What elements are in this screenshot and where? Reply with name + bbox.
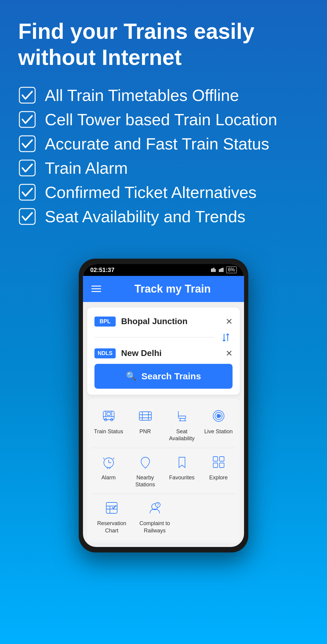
svg-rect-43 [106, 502, 117, 513]
search-icon: 🔍 [126, 371, 137, 381]
menu-label-explore: Explore [209, 474, 228, 481]
menu-label-nearby: NearbyStations [135, 474, 155, 488]
svg-rect-9 [215, 269, 216, 272]
status-time: 02:51:37 [90, 267, 114, 273]
svg-rect-13 [223, 268, 223, 272]
from-station-code: BPL [94, 317, 116, 327]
explore-icon [210, 454, 227, 471]
feature-item: Accurate and Fast Train Status [18, 134, 309, 153]
search-card: BPL Bhopal Junction ✕ [87, 307, 240, 395]
svg-rect-40 [220, 457, 224, 461]
menu-item-pnr[interactable]: PNR [129, 408, 161, 442]
search-trains-button[interactable]: 🔍 Search Trains [94, 364, 233, 389]
to-station-clear[interactable]: ✕ [226, 348, 233, 358]
feature-text: Train Alarm [45, 159, 128, 177]
phone-outer: 02:51:37 6% Track my Train BPL [79, 259, 248, 552]
check-icon [18, 207, 36, 226]
svg-rect-39 [213, 457, 218, 461]
app-header: Track my Train [83, 276, 244, 302]
hamburger-menu[interactable] [91, 286, 101, 292]
menu-row-2: Alarm NearbyStations Favouri [87, 448, 240, 494]
svg-text:?: ? [157, 503, 159, 507]
from-station-clear[interactable]: ✕ [226, 317, 233, 327]
live-station-icon [210, 408, 227, 424]
feature-item: All Train Timetables Offline [18, 86, 309, 105]
feature-item: Train Alarm [18, 159, 309, 177]
to-station-name: New Delhi [121, 348, 220, 358]
svg-rect-10 [219, 269, 220, 272]
check-icon [18, 159, 36, 177]
check-icon [18, 110, 36, 129]
menu-label-favourites: Favourites [169, 474, 194, 481]
seat-icon [173, 408, 190, 424]
check-icon [18, 135, 36, 153]
search-trains-label: Search Trains [141, 371, 201, 381]
menu-item-train-status[interactable]: Train Status [92, 408, 124, 442]
svg-rect-8 [213, 268, 214, 272]
status-bar: 02:51:37 6% [83, 264, 244, 276]
divider-line [94, 337, 214, 337]
feature-item: Confirmed Ticket Alternatives [18, 183, 309, 202]
feature-item: Seat Availability and Trends [18, 207, 309, 226]
svg-rect-20 [107, 412, 111, 415]
svg-rect-41 [213, 463, 218, 468]
menu-label-train-status: Train Status [94, 428, 123, 435]
svg-rect-12 [221, 268, 222, 272]
to-station-code: NDLS [94, 348, 116, 358]
complaint-icon: ? [146, 499, 163, 516]
check-icon [18, 86, 36, 104]
reservation-chart-icon [103, 499, 120, 516]
feature-text: All Train Timetables Offline [45, 86, 239, 105]
menu-row-3: ReservationChart ? Complaint toRailways [87, 494, 240, 540]
menu-item-seat[interactable]: SeatAvailability [166, 408, 198, 442]
to-station-row: NDLS New Delhi ✕ [94, 345, 233, 361]
menu-label-pnr: PNR [139, 428, 151, 435]
from-station-row: BPL Bhopal Junction ✕ [94, 314, 233, 330]
swap-row [94, 330, 233, 345]
phone-inner: 02:51:37 6% Track my Train BPL [83, 264, 244, 547]
svg-rect-6 [211, 269, 212, 272]
svg-rect-42 [220, 463, 224, 468]
favourites-icon [173, 454, 190, 471]
svg-line-35 [113, 458, 114, 459]
nearby-icon [137, 454, 154, 471]
swap-button[interactable] [219, 331, 233, 344]
svg-rect-7 [212, 268, 213, 272]
feature-text: Seat Availability and Trends [45, 207, 245, 226]
menu-label-seat: SeatAvailability [169, 428, 195, 442]
svg-line-34 [103, 458, 104, 459]
svg-rect-21 [139, 412, 151, 420]
check-icon [18, 183, 36, 201]
menu-label-alarm: Alarm [101, 474, 116, 481]
pnr-icon [137, 408, 154, 424]
hero-title: Find your Trains easily without Internet [18, 18, 309, 71]
menu-grid: Train Status PNR SeatAvailab [87, 399, 240, 543]
menu-item-explore[interactable]: Explore [202, 454, 234, 488]
alarm-icon [100, 454, 117, 471]
menu-label-complaint: Complaint toRailways [140, 520, 170, 534]
feature-text: Confirmed Ticket Alternatives [45, 183, 256, 202]
feature-text: Cell Tower based Train Location [45, 110, 277, 129]
svg-rect-11 [220, 269, 221, 272]
menu-item-nearby[interactable]: NearbyStations [129, 454, 161, 488]
menu-label-live-station: Live Station [204, 428, 233, 435]
feature-list: All Train Timetables Offline Cell Tower … [18, 86, 309, 226]
menu-item-alarm[interactable]: Alarm [92, 454, 124, 488]
app-title: Track my Train [110, 283, 236, 295]
feature-text: Accurate and Fast Train Status [45, 134, 269, 153]
feature-item: Cell Tower based Train Location [18, 110, 309, 129]
menu-item-complaint[interactable]: ? Complaint toRailways [139, 499, 170, 534]
train-status-icon [100, 408, 117, 424]
menu-label-reservation-chart: ReservationChart [97, 520, 126, 534]
menu-item-live-station[interactable]: Live Station [202, 408, 234, 442]
menu-row-1: Train Status PNR SeatAvailab [87, 402, 240, 448]
from-station-name: Bhopal Junction [121, 317, 220, 326]
menu-item-favourites[interactable]: Favourites [166, 454, 198, 488]
menu-item-reservation-chart[interactable]: ReservationChart [96, 499, 127, 534]
status-icons: 6% [211, 267, 237, 273]
svg-point-38 [144, 460, 147, 463]
phone-container: 02:51:37 6% Track my Train BPL [0, 259, 327, 565]
hero-section: Find your Trains easily without Internet… [0, 0, 327, 243]
